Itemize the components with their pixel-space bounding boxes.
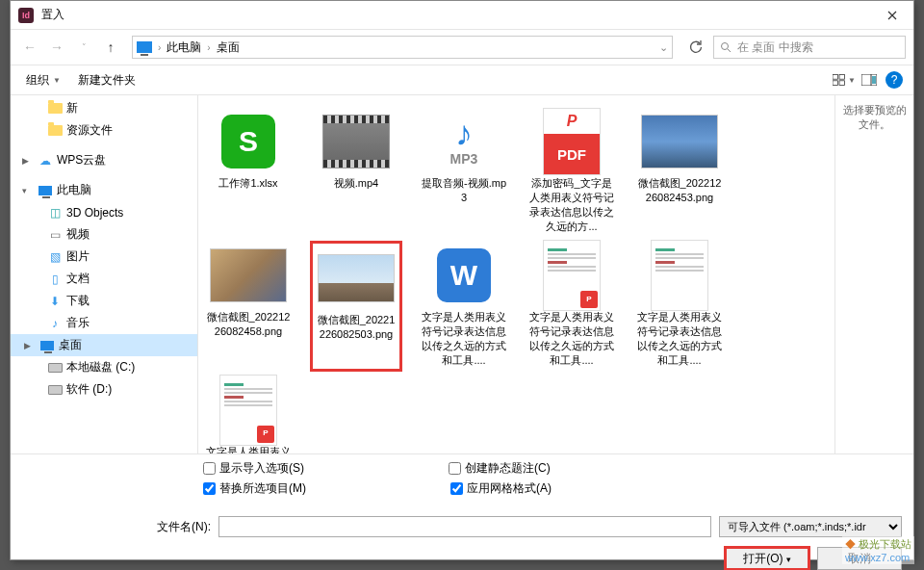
nav-bar: ← → ˅ ↑ › 此电脑 › 桌面 ⌄ 在 桌面 中搜索 <box>11 30 913 65</box>
up-button[interactable]: ↑ <box>99 36 122 59</box>
mp3-icon: ♪MP3 <box>450 117 478 167</box>
titlebar: Id 置入 <box>11 1 913 30</box>
file-item[interactable]: 视频.mp4 <box>310 107 402 237</box>
file-label: 文字是人类用表义符号记录表达信息以传之久远的方式和工具.... <box>527 310 616 367</box>
create-static-caption-checkbox[interactable]: 创建静态题注(C) <box>449 460 551 477</box>
toolbar: 组织▼ 新建文件夹 ▼ ? <box>11 65 913 95</box>
sidebar-item-diskc[interactable]: 本地磁盘 (C:) <box>11 356 197 378</box>
filename-row: 文件名(N): 可导入文件 (*.oam;*.inds;*.idr <box>11 510 913 543</box>
sidebar-item-thispc[interactable]: ▾此电脑 <box>11 179 197 201</box>
search-icon <box>720 41 732 53</box>
import-options: 显示导入选项(S) 创建静态题注(C) 替换所选项目(M) 应用网格格式(A) <box>11 453 913 510</box>
sidebar-item-videos[interactable]: ▭视频 <box>11 223 197 246</box>
sidebar-item-downloads[interactable]: ⬇下载 <box>11 290 197 312</box>
replace-selected-checkbox[interactable]: 替换所选项目(M) <box>203 480 306 497</box>
svg-rect-1 <box>833 75 837 80</box>
close-icon <box>887 11 897 20</box>
sidebar-item-desktop[interactable]: ▶桌面 <box>11 334 197 356</box>
content-area: S 工作簿1.xlsx 视频.mp4 ♪MP3 提取音频-视频.mp3 PPDF… <box>198 95 913 453</box>
sidebar-item-pictures[interactable]: ▧图片 <box>11 246 197 268</box>
preview-hint: 选择要预览的文件。 <box>839 103 910 132</box>
disk-icon <box>48 363 63 373</box>
disk-icon <box>48 385 63 395</box>
place-dialog: Id 置入 ← → ˅ ↑ › 此电脑 › 桌面 ⌄ 在 桌面 中搜索 组织▼ … <box>10 0 914 560</box>
cancel-button[interactable]: 取消 <box>817 547 902 570</box>
chevron-right-icon[interactable]: ▶ <box>24 341 36 350</box>
file-label: 微信截图_20221226082453.png <box>635 176 724 205</box>
forward-button[interactable]: → <box>45 36 68 59</box>
apply-grid-format-checkbox[interactable]: 应用网格格式(A) <box>450 480 552 497</box>
svg-point-0 <box>722 43 729 50</box>
main-area: 新 资源文件 ▶☁WPS云盘 ▾此电脑 ◫3D Objects ▭视频 ▧图片 … <box>11 95 913 453</box>
view-mode-button[interactable]: ▼ <box>833 68 856 91</box>
recent-dropdown[interactable]: ˅ <box>72 36 95 59</box>
address-bar[interactable]: › 此电脑 › 桌面 ⌄ <box>132 36 673 59</box>
file-filter-select[interactable]: 可导入文件 (*.oam;*.inds;*.idr <box>719 516 902 537</box>
file-item[interactable]: ♪MP3 提取音频-视频.mp3 <box>418 107 510 237</box>
sidebar-item-documents[interactable]: ▯文档 <box>11 268 197 290</box>
preview-pane: 选择要预览的文件。 <box>834 95 913 453</box>
video-icon: ▭ <box>47 228 63 242</box>
image-thumbnail <box>641 115 718 168</box>
file-list[interactable]: S 工作簿1.xlsx 视频.mp4 ♪MP3 提取音频-视频.mp3 PPDF… <box>198 95 834 453</box>
file-item[interactable]: 微信截图_20221226082458.png <box>202 241 295 371</box>
chevron-right-icon[interactable]: ▶ <box>22 156 34 166</box>
folder-icon <box>48 103 63 114</box>
file-label: 添加密码_文字是人类用表义符号记录表达信息以传之久远的方... <box>527 176 616 233</box>
organize-button[interactable]: 组织▼ <box>18 68 68 92</box>
sidebar-item-wps[interactable]: ▶☁WPS云盘 <box>11 149 197 171</box>
file-item[interactable]: P 文字是人类用表义符号记录表达信息以传之久远的方式和工具.... <box>202 376 295 453</box>
folder-icon <box>48 125 63 136</box>
file-label: 工作簿1.xlsx <box>218 176 277 191</box>
new-folder-button[interactable]: 新建文件夹 <box>70 68 143 92</box>
chevron-down-icon[interactable]: ▾ <box>22 186 34 195</box>
open-button[interactable]: 打开(O) ▾ <box>725 547 809 570</box>
refresh-icon <box>689 40 703 54</box>
show-import-options-checkbox[interactable]: 显示导入选项(S) <box>203 460 304 477</box>
svg-rect-2 <box>839 75 844 80</box>
sidebar-item-diskd[interactable]: 软件 (D:) <box>11 378 197 401</box>
file-label: 文字是人类用表义符号记录表达信息以传之久远的方式和工具.... <box>635 310 724 367</box>
chevron-right-icon: › <box>207 42 210 53</box>
refresh-button[interactable] <box>682 36 709 59</box>
desktop-icon <box>40 341 54 350</box>
dialog-title: 置入 <box>41 7 870 23</box>
pc-icon <box>38 186 52 195</box>
file-item[interactable]: P 文字是人类用表义符号记录表达信息以传之久远的方式和工具.... <box>526 241 618 371</box>
breadcrumb-root[interactable]: 此电脑 <box>167 39 201 56</box>
close-button[interactable] <box>870 1 913 30</box>
help-button[interactable]: ? <box>883 68 906 91</box>
app-icon: Id <box>18 8 34 23</box>
sidebar-item-new[interactable]: 新 <box>11 97 197 119</box>
preview-pane-button[interactable] <box>858 68 881 91</box>
file-item-selected[interactable]: 微信截图_20221226082503.png <box>310 241 402 371</box>
pictures-icon: ▧ <box>47 250 63 264</box>
preview-pane-icon <box>861 74 877 86</box>
file-item[interactable]: 微信截图_20221226082453.png <box>633 107 726 237</box>
cloud-icon: ☁ <box>38 154 53 168</box>
pc-icon <box>137 41 152 53</box>
file-item[interactable]: S 工作簿1.xlsx <box>202 107 295 237</box>
svg-rect-4 <box>839 81 844 86</box>
filename-input[interactable] <box>218 516 711 537</box>
chevron-right-icon: › <box>158 42 161 53</box>
sidebar-item-3dobjects[interactable]: ◫3D Objects <box>11 201 197 223</box>
documents-icon: ▯ <box>47 272 63 286</box>
back-button[interactable]: ← <box>18 36 41 59</box>
cube-icon: ◫ <box>47 206 63 220</box>
file-item[interactable]: PPDF 添加密码_文字是人类用表义符号记录表达信息以传之久远的方... <box>526 107 618 237</box>
breadcrumb-current[interactable]: 桌面 <box>217 39 240 56</box>
wps-icon: W <box>437 248 491 302</box>
chevron-down-icon[interactable]: ⌄ <box>659 41 668 54</box>
file-label: 文字是人类用表义符号记录表达信息以传之久远的方式和工具.... <box>420 310 508 367</box>
sidebar-item-resources[interactable]: 资源文件 <box>11 119 197 142</box>
music-icon: ♪ <box>47 317 63 330</box>
file-item[interactable]: W 文字是人类用表义符号记录表达信息以传之久远的方式和工具.... <box>418 241 510 371</box>
help-icon: ? <box>886 71 903 89</box>
file-label: 视频.mp4 <box>334 176 378 191</box>
file-item[interactable]: 文字是人类用表义符号记录表达信息以传之久远的方式和工具.... <box>633 241 726 371</box>
dialog-buttons: 打开(O) ▾ 取消 <box>11 543 913 570</box>
search-input[interactable]: 在 桌面 中搜索 <box>713 36 906 59</box>
sidebar-item-music[interactable]: ♪音乐 <box>11 312 197 334</box>
filename-label: 文件名(N): <box>157 519 211 535</box>
